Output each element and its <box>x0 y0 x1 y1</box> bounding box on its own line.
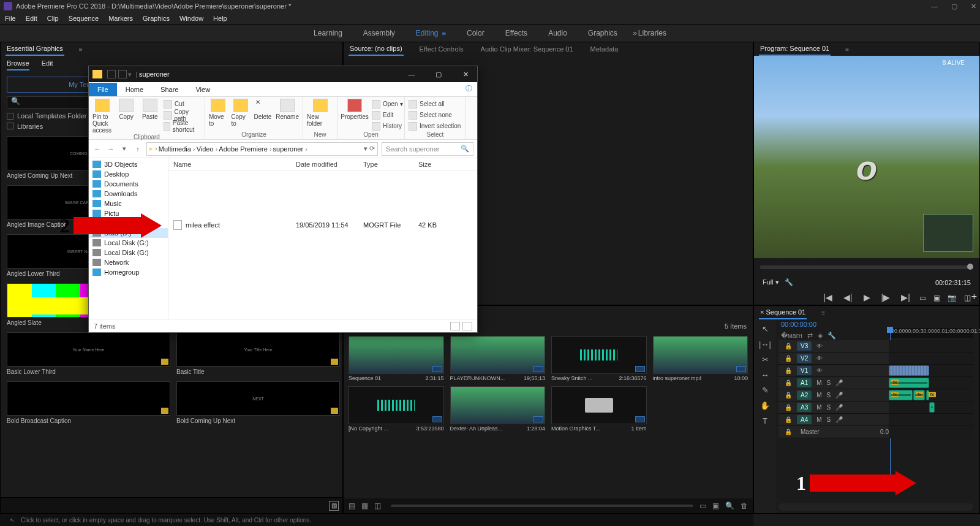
copy-button[interactable]: Copy <box>116 99 137 120</box>
tab-program[interactable]: Program: Sequence 01 <box>759 42 831 56</box>
menu-file[interactable]: File <box>5 15 16 22</box>
project-item[interactable]: Sneaky Snitch ...2:16:36576 <box>551 336 647 381</box>
fit-dropdown[interactable]: Full ▾ 🔧 <box>763 278 793 286</box>
qat-icon[interactable] <box>118 70 127 78</box>
panel-menu-icon[interactable]: ≡ <box>845 46 849 53</box>
edit-button[interactable]: Edit <box>372 110 403 120</box>
zoom-slider[interactable] <box>391 505 693 507</box>
link-icon[interactable]: ⇄ <box>807 332 813 340</box>
menu-edit[interactable]: Edit <box>26 15 37 22</box>
slip-tool-icon[interactable]: ↔ <box>761 370 769 379</box>
rename-button[interactable]: Rename <box>276 99 299 120</box>
maximize-icon[interactable]: ▢ <box>951 2 957 10</box>
delete-button[interactable]: ✕Delete <box>254 99 272 120</box>
ex-close-icon[interactable]: ✕ <box>458 71 473 78</box>
tab-metadata[interactable]: Metadata <box>589 43 620 55</box>
program-scrubber[interactable] <box>760 265 973 269</box>
template-item[interactable]: Bold Broadcast Caption <box>7 381 170 424</box>
tree-node[interactable]: Music <box>89 199 168 208</box>
ws-effects[interactable]: Effects <box>505 29 527 37</box>
marker-icon[interactable]: ◈ <box>818 332 823 340</box>
ex-minimize-icon[interactable]: — <box>404 71 420 78</box>
seq-menu-icon[interactable]: ≡ <box>821 310 825 316</box>
project-item[interactable]: [No Copyright ...3:53:23580 <box>349 386 444 432</box>
ribbon-tab-view[interactable]: View <box>187 83 219 96</box>
hand-tool-icon[interactable]: ✋ <box>760 401 770 410</box>
nav-recent-icon[interactable]: ▾ <box>119 145 129 153</box>
new-item-icon[interactable]: ▣ <box>712 501 719 510</box>
tab-essential-graphics[interactable]: Essential Graphics <box>6 42 64 56</box>
paste-button[interactable]: Paste <box>140 99 160 120</box>
move-to-button[interactable]: Move to <box>209 99 227 127</box>
tree-node[interactable]: Downloads <box>89 189 168 199</box>
minimize-icon[interactable]: — <box>931 2 938 10</box>
col-date[interactable]: Date modified <box>296 161 363 168</box>
select-none-button[interactable]: Select none <box>409 110 461 120</box>
audio-track[interactable]: 🔒A2MS🎤fxfxfx <box>778 389 973 402</box>
tab-audio-mixer[interactable]: Audio Clip Mixer: Sequence 01 <box>480 43 575 55</box>
open-button[interactable]: Open ▾ <box>372 99 403 109</box>
ribbon-tab-share[interactable]: Share <box>152 83 187 96</box>
qat-icon[interactable] <box>107 70 116 78</box>
settings-icon[interactable]: 🔧 <box>827 332 836 340</box>
project-item[interactable]: Sequence 012:31:15 <box>349 336 444 381</box>
explorer-search-input[interactable]: Search superoner🔍 <box>382 142 473 156</box>
play-icon[interactable]: ▶ <box>864 292 870 302</box>
tree-node[interactable]: Local Disk (G:) <box>89 238 168 248</box>
project-item[interactable]: PLAYERUNKNOWN...19;55;13 <box>450 336 546 381</box>
menu-sequence[interactable]: Sequence <box>69 15 99 22</box>
menu-graphics[interactable]: Graphics <box>143 15 170 22</box>
properties-button[interactable]: Properties <box>341 99 368 120</box>
eg-tab-browse[interactable]: Browse <box>7 59 29 71</box>
ribbon-help-icon[interactable]: ⓘ <box>457 81 477 96</box>
file-explorer-window[interactable]: ▾ | superoner — ▢ ✕ File Home Share View… <box>88 66 478 333</box>
tree-node[interactable]: Documents <box>89 179 168 189</box>
view-list-icon[interactable]: ▤ <box>349 501 355 510</box>
video-track[interactable]: 🔒V1👁 <box>778 365 973 377</box>
pen-tool-icon[interactable]: ✎ <box>762 386 769 395</box>
copy-path-button[interactable]: Copy path <box>164 110 201 120</box>
explorer-titlebar[interactable]: ▾ | superoner — ▢ ✕ <box>89 66 477 82</box>
video-track[interactable]: 🔒V3👁 <box>778 340 973 353</box>
project-item[interactable]: intro superoner.mp410:00 <box>653 336 748 381</box>
find-icon[interactable]: 🔍 <box>725 501 734 510</box>
select-all-button[interactable]: Select all <box>409 99 461 109</box>
new-bin-icon[interactable]: ▭ <box>699 501 706 510</box>
menu-clip[interactable]: Clip <box>47 15 59 22</box>
snap-icon[interactable]: �магн <box>781 332 802 340</box>
ribbon-tab-file[interactable]: File <box>89 83 117 96</box>
audio-track[interactable]: 🔒A1MS🎤fx <box>778 377 973 389</box>
nav-back-icon[interactable]: ← <box>92 145 102 153</box>
view-freeform-icon[interactable]: ◫ <box>374 501 381 510</box>
lift-icon[interactable]: ▭ <box>919 294 926 302</box>
new-folder-button[interactable]: New folder <box>307 99 333 127</box>
step-back-icon[interactable]: ◀| <box>843 292 853 302</box>
eg-tab-edit[interactable]: Edit <box>42 59 53 71</box>
timeline-zoom[interactable] <box>778 503 973 511</box>
invert-selection-button[interactable]: Invert selection <box>409 121 461 131</box>
view-details-icon[interactable] <box>450 322 460 330</box>
ws-learning[interactable]: Learning <box>314 29 342 37</box>
paste-shortcut-button[interactable]: Paste shortcut <box>164 121 201 131</box>
tree-node[interactable]: Desktop <box>89 169 168 179</box>
cut-button[interactable]: Cut <box>164 99 201 109</box>
close-icon[interactable]: ✕ <box>971 2 976 10</box>
template-item[interactable]: NEXTBold Coming Up Next <box>176 381 340 424</box>
ws-color[interactable]: Color <box>467 29 484 37</box>
mark-out-icon[interactable]: ▶| <box>901 292 910 302</box>
ws-menu-icon[interactable]: ≡ <box>442 29 446 37</box>
ripple-tool-icon[interactable]: ✂ <box>762 355 769 364</box>
ws-editing[interactable]: Editing <box>416 29 439 37</box>
project-item[interactable]: Motion Graphics T...1 Item <box>551 386 647 432</box>
time-ruler[interactable]: 00:00 00:00:30:00 00:01:00:00 00:01:30:0… <box>889 328 973 338</box>
tree-node[interactable]: Network <box>89 257 168 267</box>
selection-tool-icon[interactable]: ↖ <box>762 324 769 334</box>
ribbon-tab-home[interactable]: Home <box>117 83 152 96</box>
tab-source[interactable]: Source: (no clips) <box>349 42 404 56</box>
col-name[interactable]: Name <box>173 161 296 168</box>
file-row[interactable]: milea effect 19/05/2019 11:54 MOGRT File… <box>168 218 477 232</box>
ex-maximize-icon[interactable]: ▢ <box>431 71 447 78</box>
step-fwd-icon[interactable]: |▶ <box>881 292 891 302</box>
col-size[interactable]: Size <box>418 161 472 168</box>
eg-menu-icon[interactable]: ≡ <box>79 46 83 53</box>
